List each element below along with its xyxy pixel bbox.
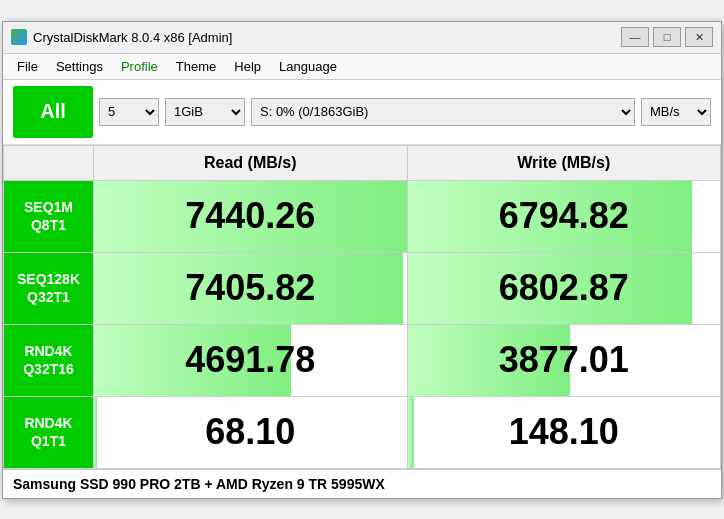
drive-dropdown[interactable]: S: 0% (0/1863GiB): [251, 98, 635, 126]
table-row: RND4KQ32T164691.783877.01: [4, 324, 721, 396]
menu-language[interactable]: Language: [271, 57, 345, 76]
table-row: SEQ128KQ32T17405.826802.87: [4, 252, 721, 324]
menu-settings[interactable]: Settings: [48, 57, 111, 76]
menu-theme[interactable]: Theme: [168, 57, 224, 76]
write-value-0: 6794.82: [407, 180, 721, 252]
unit-dropdown[interactable]: MB/s GB/s: [641, 98, 711, 126]
test-label-1: SEQ128KQ32T1: [4, 252, 94, 324]
col-header-read: Read (MB/s): [94, 145, 408, 180]
app-icon: [11, 29, 27, 45]
test-label-3: RND4KQ1T1: [4, 396, 94, 468]
window-controls: — □ ✕: [621, 27, 713, 47]
menu-profile[interactable]: Profile: [113, 57, 166, 76]
col-header-write: Write (MB/s): [407, 145, 721, 180]
window-title: CrystalDiskMark 8.0.4 x86 [Admin]: [33, 30, 232, 45]
menu-help[interactable]: Help: [226, 57, 269, 76]
footer-info: Samsung SSD 990 PRO 2TB + AMD Ryzen 9 TR…: [3, 469, 721, 498]
size-dropdown[interactable]: 1GiB 512MiB 2GiB: [165, 98, 245, 126]
test-label-0: SEQ1MQ8T1: [4, 180, 94, 252]
main-window: CrystalDiskMark 8.0.4 x86 [Admin] — □ ✕ …: [2, 21, 722, 499]
toolbar: All 5 1 3 1GiB 512MiB 2GiB S: 0% (0/1863…: [3, 80, 721, 145]
minimize-button[interactable]: —: [621, 27, 649, 47]
read-value-3: 68.10: [94, 396, 408, 468]
menu-bar: File Settings Profile Theme Help Languag…: [3, 54, 721, 80]
test-label-2: RND4KQ32T16: [4, 324, 94, 396]
count-dropdown[interactable]: 5 1 3: [99, 98, 159, 126]
maximize-button[interactable]: □: [653, 27, 681, 47]
close-button[interactable]: ✕: [685, 27, 713, 47]
table-row: SEQ1MQ8T17440.266794.82: [4, 180, 721, 252]
all-button[interactable]: All: [13, 86, 93, 138]
read-value-2: 4691.78: [94, 324, 408, 396]
write-value-3: 148.10: [407, 396, 721, 468]
results-table: Read (MB/s) Write (MB/s) SEQ1MQ8T17440.2…: [3, 145, 721, 469]
title-bar: CrystalDiskMark 8.0.4 x86 [Admin] — □ ✕: [3, 22, 721, 54]
table-row: RND4KQ1T168.10148.10: [4, 396, 721, 468]
write-value-2: 3877.01: [407, 324, 721, 396]
col-header-label: [4, 145, 94, 180]
read-value-1: 7405.82: [94, 252, 408, 324]
read-value-0: 7440.26: [94, 180, 408, 252]
menu-file[interactable]: File: [9, 57, 46, 76]
write-value-1: 6802.87: [407, 252, 721, 324]
